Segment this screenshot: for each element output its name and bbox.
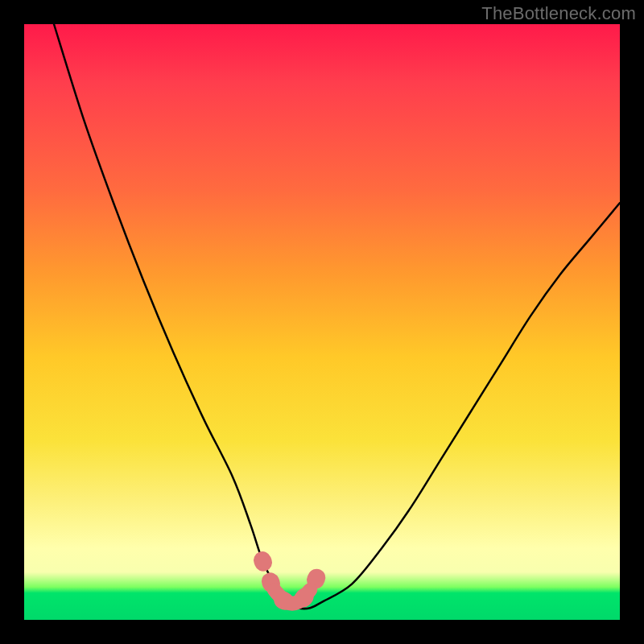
- chart-frame: TheBottleneck.com: [0, 0, 644, 644]
- optimal-range-marker: [262, 560, 322, 604]
- chart-svg: [24, 24, 620, 620]
- watermark-text: TheBottleneck.com: [481, 3, 636, 24]
- plot-area: [24, 24, 620, 620]
- bottleneck-curve-line: [54, 24, 620, 609]
